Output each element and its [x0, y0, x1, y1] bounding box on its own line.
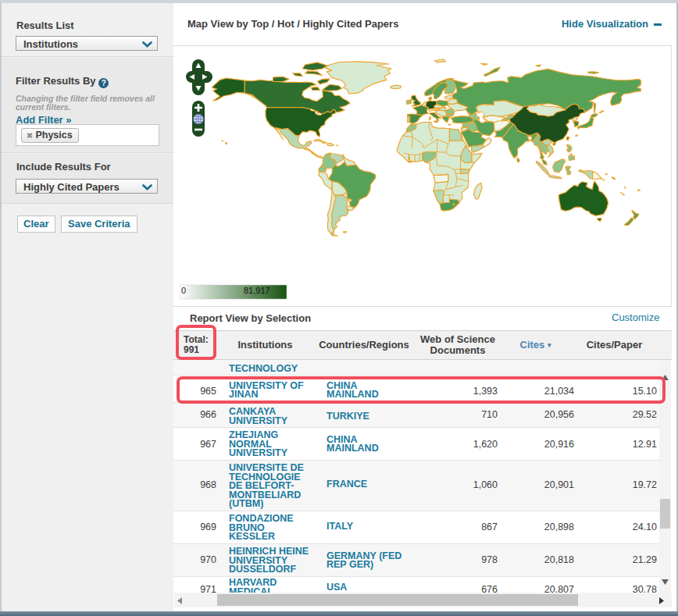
- svg-text:81,917: 81,917: [244, 286, 270, 295]
- svg-text:0: 0: [181, 286, 186, 295]
